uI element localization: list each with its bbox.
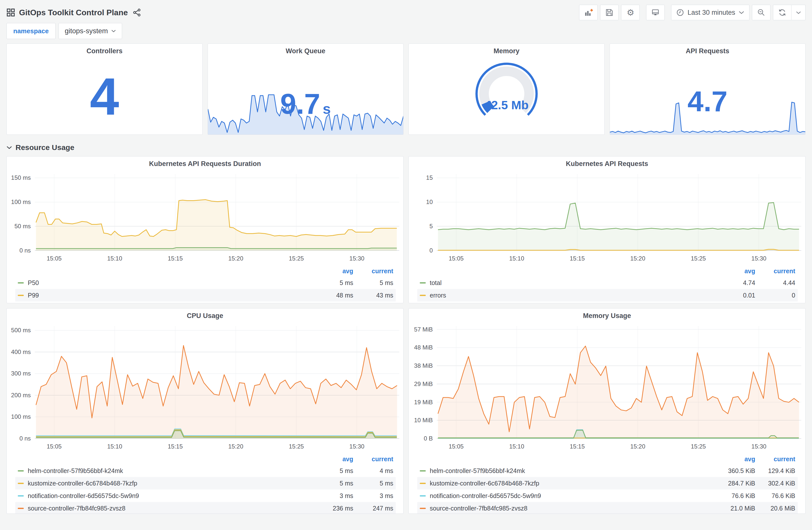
legend-row: P99 48 ms 43 ms <box>15 289 396 301</box>
legend-col-avg[interactable]: avg <box>313 456 353 463</box>
memory-usage-chart[interactable]: 0 B10 MiB19 MiB29 MiB38 MiB48 MiB57 MiB1… <box>409 323 805 452</box>
panel-title[interactable]: Kubernetes API Requests <box>409 157 805 171</box>
panel-title[interactable]: Controllers <box>7 44 202 58</box>
svg-text:15:10: 15:10 <box>107 443 122 450</box>
legend-row: source-controller-7fb84fc985-zvsz8 21.0 … <box>417 502 798 514</box>
series-color-swatch <box>420 483 426 484</box>
panel-cpu-usage: CPU Usage 0 ns100 ms200 ms300 ms400 ms50… <box>6 308 404 514</box>
refresh-button[interactable] <box>773 5 792 20</box>
legend-col-avg[interactable]: avg <box>715 456 755 463</box>
panel-title[interactable]: Kubernetes API Requests Duration <box>7 157 403 171</box>
svg-text:15:30: 15:30 <box>752 255 767 262</box>
legend-series-name[interactable]: helm-controller-57f9b56bbf-k24mk <box>420 467 715 474</box>
refresh-interval-dropdown[interactable] <box>792 5 806 20</box>
svg-text:15:15: 15:15 <box>570 443 585 450</box>
panel-k8s-api-requests-duration: Kubernetes API Requests Duration 0 ns50 … <box>6 156 404 303</box>
time-range-picker[interactable]: Last 30 minutes <box>671 5 750 20</box>
chevron-down-icon <box>739 11 744 14</box>
legend-series-name[interactable]: kustomize-controller-6c6784b468-7kzfp <box>18 480 313 487</box>
legend-col-avg[interactable]: avg <box>313 267 353 275</box>
legend-series-name[interactable]: kustomize-controller-6c6784b468-7kzfp <box>420 480 715 487</box>
panel-work-queue: Work Queue 9.7s <box>208 44 404 135</box>
legend-series-name[interactable]: source-controller-7fb84fc985-zvsz8 <box>18 505 313 512</box>
cpu-usage-chart[interactable]: 0 ns100 ms200 ms300 ms400 ms500 ms15:051… <box>7 323 403 452</box>
variables-row: namespace gitops-system <box>0 21 812 44</box>
time-range-label: Last 30 minutes <box>687 9 735 16</box>
dashboard-settings-button[interactable]: ⚙ <box>621 5 640 20</box>
chevron-down-icon <box>796 11 801 14</box>
series-color-swatch <box>420 470 426 471</box>
memory-gauge[interactable]: 42.5 Mb <box>472 58 541 123</box>
svg-text:15:05: 15:05 <box>449 255 464 262</box>
legend-col-current[interactable]: current <box>755 456 795 463</box>
page-title: GitOps Toolkit Control Plane <box>19 8 128 17</box>
charts-row-1: Kubernetes API Requests Duration 0 ns50 … <box>6 156 806 303</box>
cycle-view-button[interactable] <box>646 5 665 20</box>
legend-series-name[interactable]: P99 <box>18 292 313 299</box>
legend-col-avg[interactable]: avg <box>715 267 755 275</box>
series-color-swatch <box>18 295 24 296</box>
legend-current-value: 4.44 <box>755 279 795 286</box>
panel-k8s-api-requests: Kubernetes API Requests 05101515:0515:10… <box>408 156 806 303</box>
gear-icon: ⚙ <box>627 8 634 17</box>
panel-title[interactable]: Memory Usage <box>409 309 805 323</box>
svg-text:38 MiB: 38 MiB <box>414 362 433 369</box>
share-icon[interactable] <box>133 9 141 16</box>
k8s-api-requests-duration-chart[interactable]: 0 ns50 ms100 ms150 ms15:0515:1015:1515:2… <box>7 171 403 264</box>
charts-row-2: CPU Usage 0 ns100 ms200 ms300 ms400 ms50… <box>6 308 806 514</box>
svg-text:15:25: 15:25 <box>691 443 706 450</box>
series-color-swatch <box>18 483 24 484</box>
svg-text:15:10: 15:10 <box>509 443 524 450</box>
legend-header: avg current <box>417 454 798 465</box>
svg-text:15:20: 15:20 <box>228 255 243 262</box>
legend-header: avg current <box>15 454 396 465</box>
add-panel-button[interactable] <box>579 5 598 20</box>
svg-text:100 ms: 100 ms <box>11 413 31 420</box>
svg-text:15:20: 15:20 <box>228 443 243 450</box>
dashboard-grid-icon[interactable] <box>6 8 15 17</box>
zoom-out-button[interactable] <box>752 5 770 20</box>
legend-series-name[interactable]: notification-controller-6d56575dc-5w9n9 <box>420 492 715 500</box>
legend-col-current[interactable]: current <box>353 456 393 463</box>
svg-text:50 ms: 50 ms <box>15 223 31 230</box>
legend-current-value: 302.4 KiB <box>755 480 795 487</box>
legend: avg current P50 5 ms 5 ms P99 48 ms 43 m… <box>7 264 403 303</box>
legend-series-name[interactable]: source-controller-7fb84fc985-zvsz8 <box>420 505 715 512</box>
variable-value-dropdown[interactable]: gitops-system <box>59 23 122 39</box>
legend-col-current[interactable]: current <box>353 267 393 275</box>
panel-title[interactable]: Work Queue <box>208 44 404 58</box>
panel-title[interactable]: CPU Usage <box>7 309 403 323</box>
legend-current-value: 247 ms <box>353 505 393 512</box>
legend-series-name[interactable]: total <box>420 279 715 286</box>
legend-col-current[interactable]: current <box>755 267 795 275</box>
svg-text:15:15: 15:15 <box>168 443 183 450</box>
svg-text:10: 10 <box>426 198 433 205</box>
legend-series-name[interactable]: errors <box>420 292 715 299</box>
variable-label-namespace: namespace <box>6 23 56 39</box>
legend-avg-value: 360.5 KiB <box>715 467 755 474</box>
legend-series-name[interactable]: P50 <box>18 279 313 286</box>
svg-text:15:30: 15:30 <box>752 443 767 450</box>
legend-row: kustomize-controller-6c6784b468-7kzfp 28… <box>417 477 798 489</box>
save-dashboard-button[interactable] <box>600 5 619 20</box>
panel-title[interactable]: Memory <box>409 44 604 58</box>
legend-series-name[interactable]: helm-controller-57f9b56bbf-k24mk <box>18 467 313 474</box>
grafana-dashboard: GitOps Toolkit Control Plane ⚙ <box>0 0 812 530</box>
series-color-swatch <box>420 282 426 283</box>
svg-text:15:25: 15:25 <box>289 443 304 450</box>
legend-current-value: 5 ms <box>353 279 393 286</box>
panel-title[interactable]: API Requests <box>610 44 806 58</box>
series-color-swatch <box>18 470 24 471</box>
legend-avg-value: 4.74 <box>715 279 755 286</box>
legend-current-value: 0 <box>755 292 795 299</box>
row-toggle-resource-usage[interactable]: Resource Usage <box>6 143 806 152</box>
legend-series-name[interactable]: notification-controller-6d56575dc-5w9n9 <box>18 492 313 500</box>
svg-text:15:05: 15:05 <box>46 255 61 262</box>
k8s-api-requests-chart[interactable]: 05101515:0515:1015:1515:2015:2515:30 <box>409 171 805 264</box>
legend-current-value: 76.6 KiB <box>755 492 795 500</box>
svg-text:0 B: 0 B <box>424 435 433 442</box>
legend-row: kustomize-controller-6c6784b468-7kzfp 5 … <box>15 477 396 489</box>
legend-avg-value: 21.0 MiB <box>715 505 755 512</box>
refresh-button-group <box>773 5 806 20</box>
legend: avg current helm-controller-57f9b56bbf-k… <box>7 452 403 514</box>
